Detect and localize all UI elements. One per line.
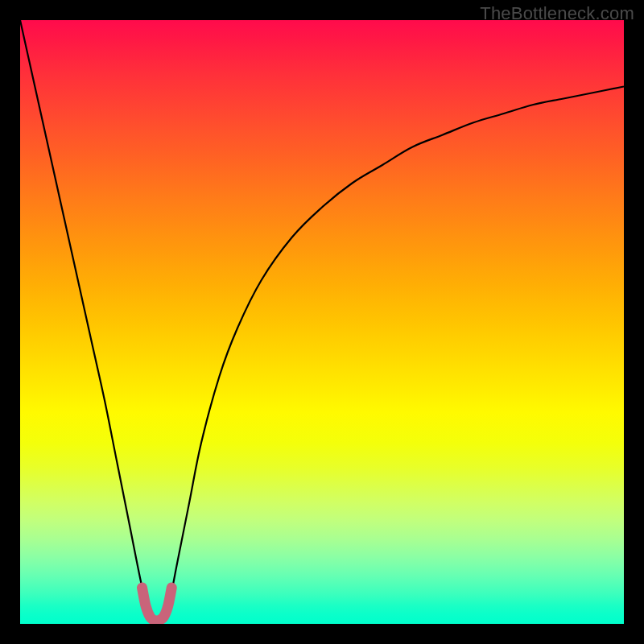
bottleneck-curve [20, 20, 624, 619]
chart-plot-area [20, 20, 624, 624]
watermark-text: TheBottleneck.com [480, 3, 634, 24]
optimal-marker [142, 588, 172, 621]
chart-svg [20, 20, 624, 624]
